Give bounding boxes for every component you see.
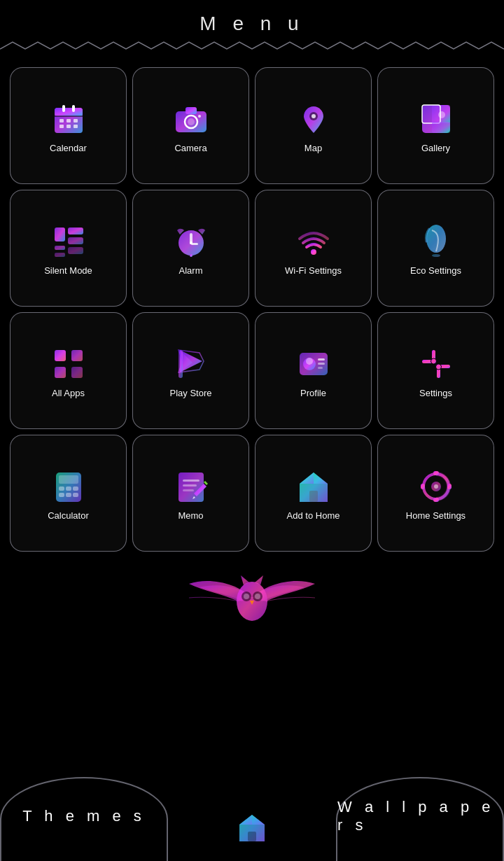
add-to-home-label: Add to Home: [287, 510, 340, 522]
menu-item-profile[interactable]: Profile: [255, 312, 372, 429]
home-settings-icon: [418, 468, 454, 505]
menu-grid: Calendar Camera: [0, 55, 504, 559]
svg-rect-31: [190, 254, 192, 257]
home-settings-label: Home Settings: [406, 510, 465, 522]
svg-rect-39: [71, 367, 83, 378]
menu-item-settings[interactable]: Settings: [377, 312, 494, 429]
profile-icon: [295, 346, 332, 382]
svg-rect-27: [68, 237, 83, 244]
menu-item-calendar[interactable]: Calendar: [10, 67, 127, 184]
camera-icon: [173, 101, 209, 137]
menu-item-eco-settings[interactable]: Eco Settings: [377, 190, 494, 307]
settings-icon: [418, 346, 454, 382]
svg-point-15: [198, 115, 201, 118]
calculator-icon: [50, 468, 87, 505]
svg-rect-72: [447, 484, 451, 489]
wallpapers-button[interactable]: W a l l p a p e r s: [336, 777, 504, 861]
svg-rect-23: [55, 227, 65, 241]
menu-item-alarm[interactable]: Alarm: [132, 190, 249, 307]
svg-rect-38: [55, 367, 66, 378]
svg-point-51: [430, 358, 436, 364]
menu-item-gallery[interactable]: Gallery: [377, 67, 494, 184]
menu-item-all-apps[interactable]: All Apps: [10, 312, 127, 429]
svg-point-17: [312, 114, 316, 118]
themes-label: T h e m e s: [22, 807, 146, 825]
menu-item-play-store[interactable]: Play Store: [132, 312, 249, 429]
map-icon: [295, 101, 332, 137]
wifi-icon: [295, 223, 332, 260]
alarm-icon: [173, 223, 209, 260]
svg-rect-28: [68, 247, 83, 254]
header: M e n u: [0, 0, 504, 55]
svg-point-33: [311, 249, 316, 255]
svg-rect-45: [318, 363, 325, 365]
calendar-label: Calendar: [50, 143, 87, 154]
page-title: M e n u: [0, 13, 504, 35]
svg-rect-55: [59, 486, 64, 491]
svg-point-52: [435, 364, 441, 370]
menu-item-silent-mode[interactable]: Silent Mode: [10, 190, 127, 307]
svg-rect-78: [248, 832, 256, 841]
svg-rect-54: [59, 475, 78, 484]
menu-item-wifi-settings[interactable]: Wi-Fi Settings: [255, 190, 372, 307]
owl-svg: [182, 563, 322, 626]
svg-rect-44: [318, 358, 325, 360]
svg-rect-5: [74, 119, 78, 122]
svg-point-68: [434, 484, 438, 489]
menu-item-home-settings[interactable]: Home Settings: [377, 435, 494, 552]
svg-rect-12: [186, 107, 197, 114]
svg-rect-57: [73, 486, 78, 491]
silent-mode-icon: [50, 223, 87, 260]
alarm-label: Alarm: [179, 265, 203, 276]
bottom-bar: T h e m e s W a l l p a p e r s: [0, 770, 504, 861]
svg-rect-24: [55, 246, 65, 250]
gallery-label: Gallery: [421, 143, 450, 154]
svg-rect-3: [59, 119, 64, 122]
menu-item-camera[interactable]: Camera: [132, 67, 249, 184]
svg-point-43: [306, 358, 313, 365]
svg-rect-56: [66, 486, 71, 491]
play-store-icon: [173, 346, 209, 382]
camera-label: Camera: [174, 143, 206, 154]
gallery-icon: [418, 101, 454, 137]
menu-item-calculator[interactable]: Calculator: [10, 435, 127, 552]
menu-item-memo[interactable]: Memo: [132, 435, 249, 552]
eco-settings-label: Eco Settings: [410, 265, 461, 276]
svg-rect-66: [309, 491, 318, 502]
svg-point-35: [432, 254, 440, 257]
add-to-home-icon: [295, 468, 332, 505]
home-icon: [237, 812, 267, 850]
wifi-settings-label: Wi-Fi Settings: [285, 265, 342, 276]
svg-point-14: [188, 118, 195, 125]
menu-item-map[interactable]: Map: [255, 67, 372, 184]
svg-rect-8: [74, 125, 78, 128]
menu-item-add-to-home[interactable]: Add to Home: [255, 435, 372, 552]
zigzag-decoration: [0, 39, 504, 52]
svg-rect-6: [59, 125, 64, 128]
owl-decoration: [0, 563, 504, 626]
silent-mode-label: Silent Mode: [44, 265, 92, 276]
svg-rect-25: [55, 253, 65, 257]
eco-settings-icon: [418, 223, 454, 260]
svg-rect-60: [73, 493, 78, 497]
svg-rect-36: [55, 350, 66, 361]
svg-rect-26: [68, 227, 83, 234]
svg-rect-64: [183, 489, 194, 491]
profile-label: Profile: [300, 388, 326, 399]
svg-rect-10: [72, 105, 75, 112]
svg-rect-69: [433, 471, 439, 475]
settings-label: Settings: [419, 388, 452, 399]
svg-rect-59: [66, 493, 71, 497]
svg-rect-61: [178, 472, 204, 502]
svg-rect-71: [421, 484, 425, 489]
all-apps-label: All Apps: [52, 388, 85, 399]
svg-marker-79: [239, 815, 265, 825]
map-label: Map: [304, 143, 322, 154]
home-button[interactable]: [168, 812, 336, 861]
svg-rect-62: [183, 479, 200, 482]
svg-rect-7: [66, 125, 71, 128]
svg-rect-63: [183, 484, 197, 486]
svg-rect-4: [66, 119, 71, 122]
themes-button[interactable]: T h e m e s: [0, 777, 168, 861]
svg-point-76: [244, 594, 249, 599]
